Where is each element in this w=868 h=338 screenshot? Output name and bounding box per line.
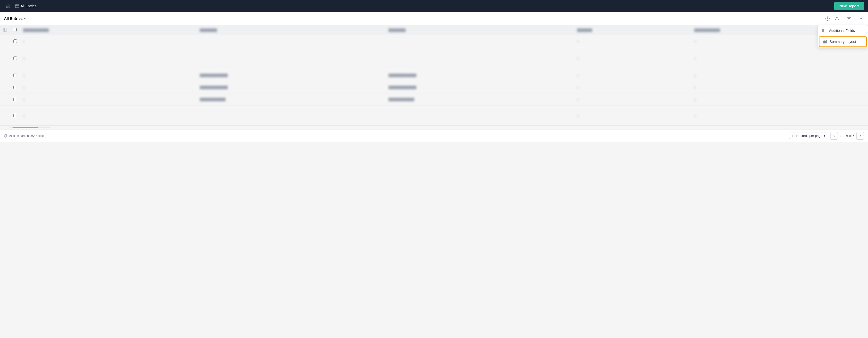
divider-2 [855,16,855,21]
row-expand [0,69,10,81]
svg-rect-11 [3,28,7,31]
row-cell-5: ● [691,69,868,81]
svg-rect-0 [16,4,19,7]
horizontal-scrollbar[interactable] [0,126,868,130]
row-checkbox[interactable] [13,86,17,89]
row-cell-5: ● [691,105,868,126]
toolbar: All Entries ▾ [0,12,868,25]
col-header-4: ███████ [574,25,691,35]
row-checkbox[interactable] [13,57,17,60]
col-header-1: ████████████ [20,25,197,35]
home-button[interactable] [4,2,12,10]
row-checkbox-cell [10,105,20,126]
svg-rect-4 [823,29,826,32]
table-row[interactable]: ● ● ● [0,35,868,47]
row-checkbox-cell [10,47,20,69]
more-options-button[interactable]: ··· [857,15,864,22]
row-expand [0,35,10,47]
col-checkbox-header [10,25,20,35]
col-header-3: ████████ [385,25,574,35]
table-row[interactable]: ● █████████████ █████████████ ● ● [0,81,868,93]
row-expand [0,93,10,105]
row-expand [0,81,10,93]
table-section: ████████████ ████████ ████████ ███████ █ [0,25,868,130]
row-cell-4: ● [574,81,691,93]
row-cell-3 [385,35,574,47]
row-cell-2: ████████████ [197,93,385,105]
row-icon-cell: ● [20,81,197,93]
row-cell-4: ● [574,47,691,69]
globe-icon [4,134,7,138]
row-checkbox-cell [10,81,20,93]
footer: All times are in US/Pacific 10 Records p… [0,130,868,142]
row-cell-2 [197,105,385,126]
row-cell-4: ● [574,105,691,126]
scroll-thumb[interactable] [12,127,38,128]
row-checkbox[interactable] [13,39,17,43]
row-icon-cell: ● [20,93,197,105]
row-cell-3 [385,105,574,126]
row-cell-4: ● [574,93,691,105]
share-icon-button[interactable] [833,15,841,22]
row-cell-5: ● [691,47,868,69]
nav-title: All Entries [15,4,36,8]
col-header-2: ████████ [197,25,385,35]
table-row[interactable]: ● ● ● [0,47,868,69]
timezone-label: All times are in US/Pacific [9,134,43,138]
row-cell-2: █████████████ [197,81,385,93]
additional-fields-menu-item[interactable]: Additional Fields [818,25,868,36]
row-checkbox[interactable] [13,74,17,77]
row-cell-4: ● [574,69,691,81]
row-cell-5: ● [691,81,868,93]
records-per-page-selector[interactable]: 10 Records per page ▾ [789,133,828,139]
row-checkbox-cell [10,35,20,47]
row-cell-2 [197,35,385,47]
row-icon-cell: ● [20,47,197,69]
table-header-row: ████████████ ████████ ████████ ███████ █ [0,25,868,35]
pagination-info: 1 to 6 of 6 [840,134,855,138]
row-cell-3 [385,47,574,69]
select-all-checkbox[interactable] [13,28,17,31]
chevron-down-icon[interactable]: ▾ [24,17,26,20]
summary-layout-icon [823,39,827,44]
all-entries-label: All Entries [4,16,23,21]
row-icon-cell: ● [20,69,197,81]
row-cell-2 [197,47,385,69]
row-expand [0,105,10,126]
row-icon-cell: ● [20,105,197,126]
top-navigation: All Entries New Report [0,0,868,12]
row-checkbox[interactable] [13,98,17,101]
table-row[interactable]: ● ████████████ ████████████ ● ● [0,93,868,105]
row-checkbox-cell [10,69,20,81]
new-report-button[interactable]: New Report [834,2,864,10]
svg-rect-7 [823,40,827,43]
additional-fields-label: Additional Fields [829,29,855,33]
table-row[interactable]: ● ● ● [0,105,868,126]
records-selector-chevron: ▾ [824,134,826,138]
summary-layout-label: Summary Layout [830,40,856,44]
row-cell-3: █████████████ [385,69,574,81]
row-cell-3: █████████████ [385,81,574,93]
row-cell-5: ● [691,93,868,105]
row-checkbox-cell [10,93,20,105]
row-checkbox[interactable] [13,114,17,117]
dropdown-menu: Additional Fields Summary Layout [818,25,868,48]
clock-icon-button[interactable] [824,15,831,22]
row-cell-2: █████████████ [197,69,385,81]
row-expand [0,47,10,69]
table-row[interactable]: ● █████████████ █████████████ ● ● [0,69,868,81]
row-cell-3: ████████████ [385,93,574,105]
nav-title-text: All Entries [21,4,36,8]
row-cell-4: ● [574,35,691,47]
col-expand-icon [0,25,10,35]
main-table: ████████████ ████████ ████████ ███████ █ [0,25,868,126]
additional-fields-icon [822,28,827,33]
pagination-prev-button[interactable] [830,132,838,140]
pagination-next-button[interactable] [857,132,864,140]
records-per-page-value: 10 Records per page [792,134,822,138]
table-wrapper[interactable]: ████████████ ████████ ████████ ███████ █ [0,25,868,126]
divider-1 [843,16,843,21]
scroll-track [10,127,50,128]
summary-layout-menu-item[interactable]: Summary Layout [819,36,867,47]
filter-icon-button[interactable] [845,15,852,22]
